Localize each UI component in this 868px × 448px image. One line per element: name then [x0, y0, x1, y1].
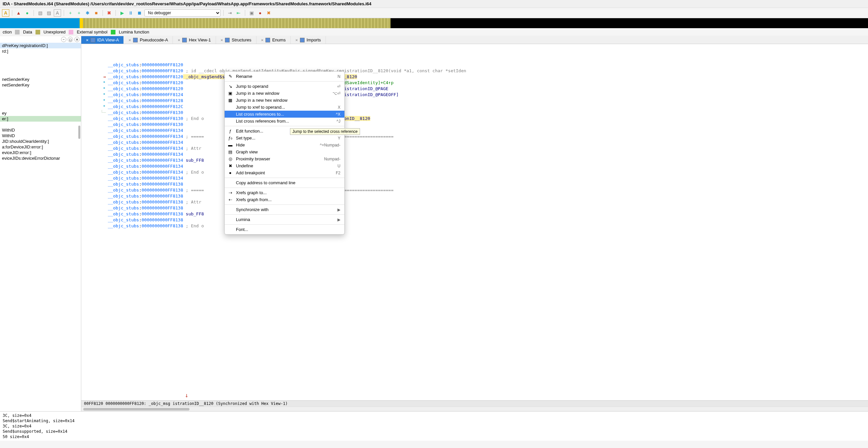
menu-item-undefine[interactable]: ✖UndefineU — [225, 162, 344, 169]
function-list-item[interactable] — [0, 94, 81, 99]
disasm-line[interactable]: __objc_stubs:0000000000FF8130 — [81, 122, 868, 128]
navigation-band[interactable] — [0, 18, 868, 28]
menu-item-rename[interactable]: ✎RenameN — [225, 73, 344, 80]
function-list-item[interactable]: JID:shouldClearIdentity:] — [0, 139, 81, 144]
function-list-item[interactable]: a:forDeviceJID:error:] — [0, 144, 81, 150]
scrollbar-thumb[interactable] — [78, 126, 80, 139]
function-list-item[interactable]: ey — [0, 110, 81, 116]
disasm-line[interactable]: •__objc_stubs:0000000000FF8120 : -[WASig… — [81, 80, 868, 86]
tab-close-icon[interactable]: × — [295, 37, 298, 42]
disasm-line[interactable]: •__objc_stubs:0000000000FF812C gSend_ptr… — [81, 104, 868, 110]
menu-item-xrefs-graph-to[interactable]: ⇢Xrefs graph to... — [225, 189, 344, 196]
disasm-line[interactable]: __objc_stubs:0000000000FF8130 ; End o _s… — [81, 116, 868, 122]
function-list-item[interactable] — [0, 65, 81, 71]
function-list-item[interactable]: WithID — [0, 127, 81, 133]
tab-structures[interactable]: ×Structures — [216, 36, 256, 44]
panel-restore-icon[interactable]: ◻ — [68, 37, 73, 42]
function-list-item[interactable] — [0, 71, 81, 76]
toolbar-btn[interactable]: ▨ — [45, 9, 53, 16]
disasm-line[interactable]: __objc_stubs:0000000000FF8138 ; End o — [81, 223, 868, 229]
toolbar-btn[interactable]: ▣ — [248, 9, 255, 16]
horizontal-scrollbar[interactable] — [81, 407, 868, 411]
disasm-line[interactable]: __objc_stubs:0000000000FF8138 sub_FF8 — [81, 211, 868, 217]
disasm-line[interactable]: __objc_stubs:0000000000FF8134 ; End o — [81, 169, 868, 175]
menu-item-copy-address-to-command-line[interactable]: Copy address to command line — [225, 179, 344, 186]
disasm-line[interactable]: __objc_stubs:0000000000FF8138 — [81, 193, 868, 199]
function-list-item[interactable]: eviceJID:error:] — [0, 150, 81, 156]
menu-item-lumina[interactable]: Lumina▶ — [225, 216, 344, 223]
toolbar-btn[interactable]: + — [67, 9, 74, 16]
disasm-line[interactable]: __objc_stubs:0000000000FF8138 ; ===== ==… — [81, 187, 868, 193]
disasm-line[interactable]: __objc_stubs:0000000000FF8120 — [81, 62, 868, 68]
panel-min-icon[interactable]: − — [61, 37, 66, 42]
tab-close-icon[interactable]: × — [86, 37, 89, 42]
disasm-line[interactable]: __objc_stubs:0000000000FF8120 ; id __cde… — [81, 68, 868, 74]
toolbar-btn[interactable]: A — [54, 9, 61, 16]
menu-item-jump-in-a-new-window[interactable]: ▣Jump in a new window⌥⏎ — [225, 90, 344, 97]
toolbar-run-btn[interactable]: ▶ — [119, 9, 126, 16]
disasm-line[interactable]: •__objc_stubs:0000000000FF8124 IdentityK… — [81, 92, 868, 98]
menu-item-xrefs-graph-from[interactable]: ⇠Xrefs graph from... — [225, 196, 344, 203]
disasm-line[interactable]: └─__objc_stubs:0000000000FF8130 — [81, 110, 868, 116]
tab-hex-view-1[interactable]: ×Hex View-1 — [173, 36, 216, 44]
tab-close-icon[interactable]: × — [221, 37, 223, 42]
tab-close-icon[interactable]: × — [178, 37, 180, 42]
tab-imports[interactable]: ×Imports — [291, 36, 326, 44]
disasm-line[interactable]: __objc_stubs:0000000000FF8134 sub_FF8 — [81, 158, 868, 163]
toolbar-btn[interactable]: ⇤ — [235, 9, 242, 16]
function-list-item[interactable]: er:] — [0, 116, 81, 122]
debugger-select[interactable]: No debugger — [144, 9, 221, 16]
function-list-item[interactable] — [0, 105, 81, 110]
disasm-line[interactable]: •__objc_stubs:0000000000FF8120 IdentityK… — [81, 86, 868, 92]
toolbar-delete-btn[interactable]: ✖ — [105, 9, 113, 16]
function-list-item[interactable]: netSenderKey — [0, 82, 81, 88]
disasm-line[interactable]: __objc_stubs:0000000000FF8134 — [81, 139, 868, 145]
disasm-line[interactable]: __objc_stubs:0000000000FF8134 — [81, 151, 868, 158]
toolbar-btn[interactable]: ▧ — [36, 9, 44, 16]
disasm-line[interactable]: __objc_stubs:0000000000FF8134 ; ===== ==… — [81, 134, 868, 139]
toolbar-btn[interactable]: ⇥ — [226, 9, 234, 16]
toolbar-btn[interactable]: ✖ — [265, 9, 272, 16]
disasm-line[interactable]: __objc_stubs:0000000000FF8134 — [81, 175, 868, 181]
tab-close-icon[interactable]: × — [261, 37, 264, 42]
toolbar-btn[interactable]: ● — [24, 9, 31, 16]
toolbar-pause-btn[interactable]: ⏸ — [127, 9, 134, 16]
toolbar-btn[interactable]: ■ — [93, 9, 100, 16]
menu-item-set-type[interactable]: ƒ₀Set type...Y — [225, 135, 344, 141]
menu-item-synchronize-with[interactable]: Synchronize with▶ — [225, 206, 344, 213]
function-list-item[interactable]: eviceJIDs:deviceErrorDictonar — [0, 156, 81, 161]
menu-item-list-cross-references-to[interactable]: List cross references to...^X — [225, 111, 344, 117]
function-list-item[interactable] — [0, 122, 81, 127]
disassembly-view[interactable]: ↓ __objc_stubs:0000000000FF8120__objc_st… — [81, 44, 868, 400]
toolbar-stop-btn[interactable]: ⏹ — [136, 9, 143, 16]
disasm-line[interactable]: •__objc_stubs:0000000000FF8128 _ptr@PAGE — [81, 98, 868, 104]
tab-ida-view-a[interactable]: ×IDA View-A — [81, 36, 124, 44]
function-list-item[interactable] — [0, 99, 81, 105]
menu-item-font[interactable]: Font... — [225, 226, 344, 233]
disasm-line[interactable]: →__objc_stubs:0000000000FF8120 _objc_msg… — [81, 74, 868, 80]
menu-item-jump-in-a-new-hex-window[interactable]: ▦Jump in a new hex window — [225, 97, 344, 104]
function-list-item[interactable] — [0, 88, 81, 94]
disasm-line[interactable]: __objc_stubs:0000000000FF8138 — [81, 205, 868, 211]
menu-item-jump-to-xref-to-operand[interactable]: Jump to xref to operand...X — [225, 104, 344, 111]
disasm-line[interactable]: __objc_stubs:0000000000FF8134 — [81, 128, 868, 134]
toolbar-btn[interactable]: + — [75, 9, 83, 16]
menu-item-jump-to-operand[interactable]: ↘Jump to operand⏎ — [225, 83, 344, 90]
menu-item-hide[interactable]: ▬Hide^+Numpad- — [225, 141, 344, 148]
function-list-item[interactable] — [0, 60, 81, 65]
function-list-item[interactable] — [0, 54, 81, 60]
menu-item-list-cross-references-from[interactable]: List cross references from...^J — [225, 117, 344, 125]
function-list-item[interactable]: rd:] — [0, 48, 81, 54]
tab-enums[interactable]: ×Enums — [256, 36, 291, 44]
toolbar-breakpoint-btn[interactable]: ● — [256, 9, 264, 16]
tab-pseudocode-a[interactable]: ×Pseudocode-A — [124, 36, 173, 44]
disasm-line[interactable]: __objc_stubs:0000000000FF8134 ; Attr — [81, 145, 868, 151]
disasm-line[interactable]: __objc_stubs:0000000000FF8138 — [81, 181, 868, 187]
tab-close-icon[interactable]: × — [128, 37, 131, 42]
toolbar-btn[interactable]: ▲ — [15, 9, 22, 16]
menu-item-proximity-browser[interactable]: ◎Proximity browserNumpad- — [225, 156, 344, 162]
disasm-line[interactable]: __objc_stubs:0000000000FF8138 — [81, 217, 868, 223]
function-list-item[interactable]: netSenderKey — [0, 76, 81, 82]
menu-item-graph-view[interactable]: ▤Graph view — [225, 148, 344, 156]
function-list-item[interactable]: WithID — [0, 133, 81, 139]
